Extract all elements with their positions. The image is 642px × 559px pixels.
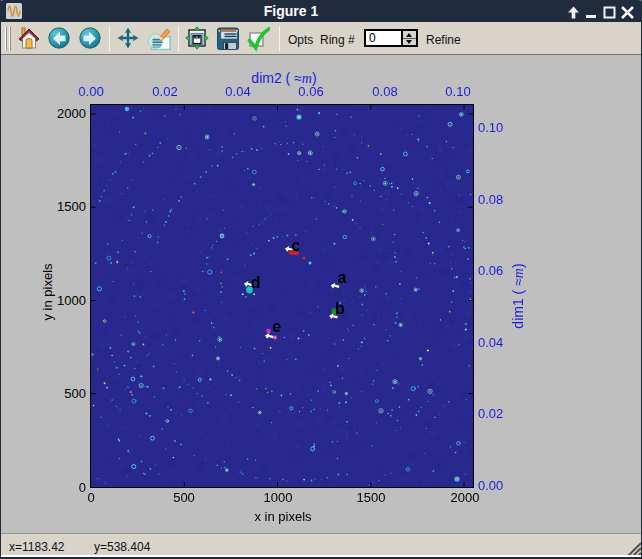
svg-text:b: b: [335, 300, 345, 317]
svg-text:e: e: [272, 318, 281, 335]
svg-text:c: c: [291, 237, 300, 254]
svg-text:a: a: [338, 269, 347, 286]
svg-text:d: d: [251, 274, 261, 291]
